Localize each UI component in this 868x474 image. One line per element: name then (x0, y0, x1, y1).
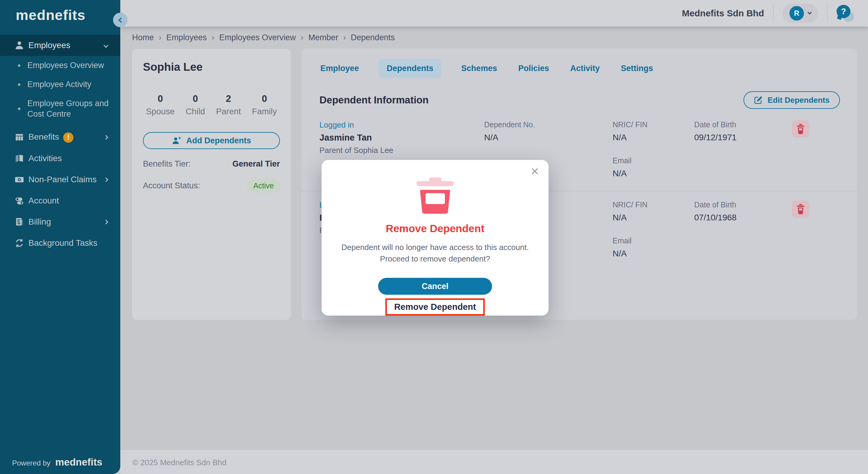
breadcrumb-dependents: Dependents (351, 33, 395, 42)
panel-header: Dependent Information Edit Dependents (319, 91, 840, 109)
sidebar-item-label: Employees Overview (28, 60, 104, 71)
sidebar-item-background-tasks[interactable]: Background Tasks (0, 233, 120, 254)
benefits-tier-label: Benefits Tier: (143, 159, 191, 169)
dependent-stats: 0 Spouse 0 Child 2 Parent 0 Family (146, 93, 277, 116)
sidebar-footer: Powered by mednefits (12, 456, 102, 468)
nric-email-cells: NRIC/ FIN N/A Email N/A (613, 201, 694, 259)
status-badge: Active (247, 179, 280, 192)
help-button[interactable]: ? (837, 5, 854, 22)
trash-lid (416, 181, 454, 186)
trash-icon (796, 124, 805, 134)
delete-dependent-button[interactable] (792, 120, 809, 138)
sidebar-nav: Employees • Employees Overview • Employe… (0, 35, 120, 254)
claims-icon (14, 174, 25, 185)
add-dependents-label: Add Dependents (186, 136, 251, 145)
tab-dependents[interactable]: Dependents (379, 59, 441, 78)
tab-settings[interactable]: Settings (620, 59, 654, 78)
header-divider (773, 4, 773, 22)
chevron-left-icon (118, 17, 124, 23)
trash-icon (796, 204, 805, 214)
breadcrumb-member[interactable]: Member (308, 33, 338, 42)
edit-dependents-label: Edit Dependents (768, 95, 830, 105)
cell-label: Email (613, 156, 694, 165)
tab-employee[interactable]: Employee (319, 59, 360, 78)
breadcrumb-employees-overview[interactable]: Employees Overview (219, 33, 296, 42)
benefits-icon (14, 132, 25, 143)
benefits-tier-value: General Tier (232, 159, 280, 169)
sidebar-collapse-button[interactable] (113, 13, 128, 27)
nric-cell: NRIC/ FIN N/A (613, 120, 694, 142)
add-person-icon (172, 136, 181, 145)
nric-cell: NRIC/ FIN N/A (613, 201, 694, 223)
dependent-name: Jasmine Tan (319, 133, 484, 143)
background-tasks-icon (14, 238, 25, 248)
sidebar-item-employees[interactable]: Employees (0, 35, 120, 56)
close-icon[interactable]: × (531, 164, 539, 178)
benefits-warning-badge: ! (63, 132, 73, 143)
sidebar-item-employee-activity[interactable]: • Employee Activity (0, 75, 120, 94)
billing-icon (14, 216, 25, 227)
tab-activity[interactable]: Activity (569, 59, 601, 78)
remove-dependent-modal: × Remove Dependent Dependent will no lon… (321, 160, 549, 316)
breadcrumb-home[interactable]: Home (132, 33, 154, 42)
cancel-button[interactable]: Cancel (378, 278, 492, 295)
benefits-tier-row: Benefits Tier: General Tier (143, 159, 280, 169)
chevron-right-icon (104, 220, 108, 225)
tab-policies[interactable]: Policies (517, 59, 550, 78)
stat-value: 0 (146, 93, 175, 104)
sidebar-item-benefits[interactable]: Benefits! (0, 127, 120, 148)
member-name: Sophia Lee (143, 61, 280, 73)
cell-label: NRIC/ FIN (613, 120, 694, 129)
mednefits-footer-logo: mednefits (55, 456, 102, 468)
modal-body-text: Dependent will no longer have access to … (336, 242, 535, 265)
sidebar-item-label: Employees (28, 40, 104, 50)
remove-dependent-button[interactable]: Remove Dependent (394, 302, 476, 312)
sidebar-item-label: Billing (28, 217, 104, 227)
sidebar-item-label: Employee Groups and Cost Centre (28, 98, 109, 119)
account-status-label: Account Status: (143, 181, 200, 190)
breadcrumb-employees[interactable]: Employees (166, 33, 207, 42)
breadcrumb-separator: › (212, 33, 214, 42)
annotation-highlight-box: Remove Dependent (385, 298, 485, 316)
sidebar-item-activities[interactable]: Activities (0, 148, 120, 169)
chevron-right-icon (104, 135, 108, 140)
avatar: R (789, 6, 804, 21)
trash-illustration-icon (414, 177, 456, 213)
sidebar-item-label: Activities (28, 154, 107, 163)
account-icon (14, 195, 25, 206)
sidebar-item-account[interactable]: Account (0, 190, 120, 211)
stat-family: 0 Family (252, 93, 277, 116)
page-footer: © 2025 Mednefits Sdn Bhd (120, 450, 868, 474)
mednefits-logo[interactable]: mednefits (16, 7, 86, 23)
cell-label: Email (613, 236, 694, 245)
cell-value: N/A (613, 133, 694, 142)
sidebar-item-billing[interactable]: Billing (0, 211, 120, 233)
copyright-text: © 2025 Mednefits Sdn Bhd (132, 458, 226, 467)
breadcrumb-separator: › (159, 33, 161, 42)
delete-dependent-button[interactable] (792, 201, 809, 218)
edit-icon (754, 95, 763, 105)
stat-value: 2 (216, 93, 241, 104)
stat-value: 0 (252, 93, 277, 104)
stat-value: 0 (186, 93, 205, 104)
add-dependents-button[interactable]: Add Dependents (143, 132, 280, 149)
sidebar-item-label: Employee Activity (28, 79, 92, 90)
nric-email-cells: NRIC/ FIN N/A Email N/A (613, 120, 694, 178)
bullet-icon: • (18, 61, 21, 70)
edit-dependents-button[interactable]: Edit Dependents (743, 91, 840, 109)
cell-label: Date of Birth (694, 120, 792, 129)
sidebar-item-employees-overview[interactable]: • Employees Overview (0, 56, 120, 75)
cell-value: N/A (484, 133, 613, 142)
cell-value: 09/12/1971 (694, 133, 792, 142)
sidebar-item-label: Benefits! (28, 132, 104, 143)
activities-icon (14, 153, 25, 164)
panel-title: Dependent Information (319, 94, 429, 106)
employees-icon (14, 40, 25, 51)
account-status-row: Account Status: Active (143, 179, 280, 192)
member-tabs: Employee Dependents Schemes Policies Act… (319, 59, 857, 78)
breadcrumb-separator: › (343, 33, 346, 42)
sidebar-item-non-panel-claims[interactable]: Non-Panel Claims (0, 169, 120, 190)
user-menu[interactable]: R (782, 4, 818, 23)
tab-schemes[interactable]: Schemes (460, 59, 498, 78)
sidebar-item-employee-groups[interactable]: • Employee Groups and Cost Centre (0, 94, 120, 124)
